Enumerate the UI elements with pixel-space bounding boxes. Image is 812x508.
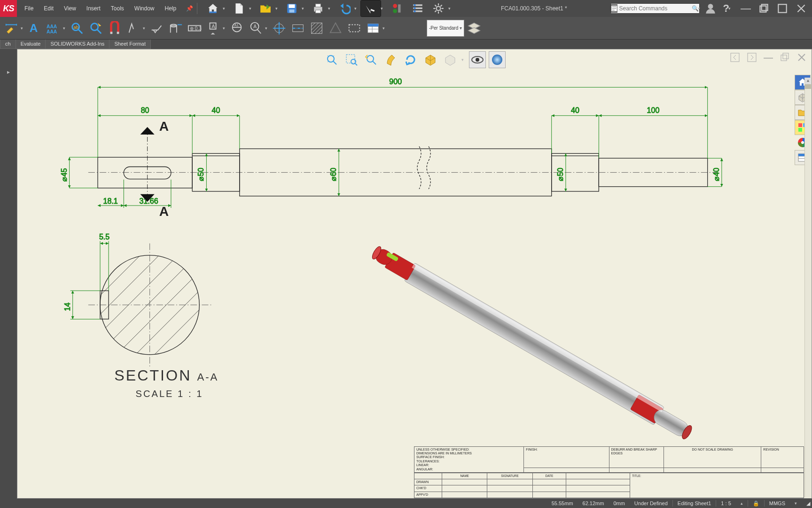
menu-window[interactable]: Window: [130, 2, 159, 15]
maximize-window-icon[interactable]: [776, 2, 789, 15]
hole-callout-tool[interactable]: [166, 19, 185, 38]
dropdown-icon[interactable]: ▾: [223, 26, 227, 31]
datum-feature-tool[interactable]: A: [204, 19, 223, 38]
dropdown-icon[interactable]: ▾: [728, 6, 733, 11]
dropdown-icon[interactable]: ▾: [383, 26, 387, 31]
dropdown-icon[interactable]: ▾: [354, 6, 359, 11]
svg-text:A: A: [211, 24, 215, 29]
svg-line-136: [62, 220, 176, 333]
svg-rect-2: [289, 4, 295, 8]
status-grip-icon[interactable]: ◢: [802, 500, 812, 507]
dim-80: 80: [141, 106, 149, 114]
svg-rect-93: [98, 157, 192, 188]
search-input[interactable]: [617, 5, 692, 12]
svg-text:A1: A1: [234, 23, 238, 27]
expand-tree-icon[interactable]: ▸: [7, 69, 10, 75]
dropdown-icon[interactable]: ▴: [736, 501, 748, 506]
pin-icon[interactable]: 📌: [184, 5, 195, 12]
datum-target-tool[interactable]: A1: [227, 19, 246, 38]
smart-dimension-tool[interactable]: [2, 19, 21, 38]
select-button[interactable]: [361, 0, 381, 16]
balloon-tool[interactable]: A: [246, 19, 265, 38]
geometric-tolerance-tool[interactable]: ⊕ 0.3: [185, 19, 204, 38]
dropdown-icon[interactable]: ▾: [223, 6, 227, 11]
magnetic-line-tool[interactable]: [105, 19, 124, 38]
format-painter-tool[interactable]: [86, 19, 105, 38]
dropdown-icon[interactable]: ▾: [302, 6, 306, 11]
layer-line-style[interactable]: -Per Standard▾: [427, 20, 464, 37]
iso-view: [369, 242, 695, 443]
save-button[interactable]: [282, 0, 302, 16]
svg-rect-6: [316, 10, 321, 13]
tab-sketch[interactable]: ch: [0, 40, 16, 49]
dropdown-icon[interactable]: ▾: [143, 26, 148, 31]
status-defined: Under Defined: [630, 500, 672, 506]
minimize-window-icon[interactable]: —: [741, 2, 751, 15]
layer-stack-icon[interactable]: [467, 21, 481, 35]
dim-overall: 900: [389, 77, 402, 86]
restore-window-icon[interactable]: [757, 2, 770, 15]
menu-file[interactable]: File: [20, 2, 38, 15]
dropdown-icon[interactable]: ▾: [275, 6, 280, 11]
tab-addins[interactable]: SOLIDWORKS Add-Ins: [46, 40, 109, 49]
drawing-sheet[interactable]: ▾ — ▴: [17, 49, 812, 499]
svg-line-50: [258, 29, 261, 33]
dim-d50b: ⌀50: [556, 168, 564, 181]
tab-evaluate[interactable]: Evaluate: [16, 40, 46, 49]
status-y: 62.12mm: [578, 500, 609, 506]
note-tool[interactable]: A: [25, 19, 44, 38]
open-button[interactable]: [256, 0, 275, 16]
status-scale[interactable]: 1 : 5: [716, 500, 735, 506]
dropdown-icon[interactable]: ▾: [448, 6, 453, 11]
settings-button[interactable]: [429, 0, 448, 16]
centermark-tool[interactable]: [270, 19, 289, 38]
new-button[interactable]: [229, 0, 249, 16]
home-button[interactable]: [203, 0, 223, 16]
dim-d45: ⌀45: [60, 168, 68, 182]
svg-rect-149: [404, 263, 664, 425]
menu-edit[interactable]: Edit: [39, 2, 58, 15]
svg-line-57: [312, 23, 315, 26]
menu-help[interactable]: Help: [160, 2, 181, 15]
status-lock-icon[interactable]: 🔒: [748, 500, 764, 507]
dropdown-icon[interactable]: ▾: [63, 26, 68, 31]
svg-text:⊕ 0.3: ⊕ 0.3: [190, 25, 202, 31]
undo-button[interactable]: [335, 0, 354, 16]
svg-text:A: A: [159, 119, 169, 134]
dropdown-icon[interactable]: ▾: [21, 26, 25, 31]
menu-view[interactable]: View: [59, 2, 81, 15]
spell-check-tool[interactable]: ab: [68, 19, 86, 38]
dropdown-icon[interactable]: ▾: [381, 6, 385, 11]
svg-line-133: [72, 229, 185, 342]
close-window-icon[interactable]: [795, 2, 807, 15]
svg-rect-62: [349, 24, 360, 32]
dropdown-icon[interactable]: ▾: [328, 6, 333, 11]
dropdown-icon[interactable]: ▾: [265, 26, 270, 31]
search-commands[interactable]: 🔍 ▾: [610, 3, 700, 14]
area-hatch-tool[interactable]: [307, 19, 326, 38]
linear-note-pattern-tool[interactable]: AAAAAA: [44, 19, 63, 38]
print-button[interactable]: [308, 0, 328, 16]
tab-sheetformat[interactable]: Sheet Format: [109, 40, 151, 49]
svg-text:AAA: AAA: [47, 24, 57, 29]
tables-tool[interactable]: [364, 19, 383, 38]
revision-symbol-tool[interactable]: [326, 19, 345, 38]
surface-finish-tool[interactable]: [124, 19, 143, 38]
status-units[interactable]: MMGS: [765, 500, 790, 506]
rebuild-button[interactable]: [387, 0, 407, 16]
svg-line-134: [109, 267, 223, 381]
user-icon[interactable]: [704, 2, 717, 15]
svg-line-34: [78, 29, 82, 33]
svg-point-14: [414, 7, 416, 9]
dropdown-icon[interactable]: ▾: [790, 501, 802, 506]
drawing-canvas[interactable]: 900 80 40 40 100 ⌀45 ⌀50: [17, 49, 812, 494]
search-flyout-icon[interactable]: [611, 4, 617, 13]
menu-tools[interactable]: Tools: [106, 2, 129, 15]
dropdown-icon[interactable]: ▾: [249, 6, 254, 11]
menu-insert[interactable]: Insert: [82, 2, 105, 15]
revision-cloud-tool[interactable]: [345, 19, 364, 38]
feature-tree-collapsed[interactable]: ▸: [0, 49, 17, 499]
weld-symbol-tool[interactable]: [148, 19, 166, 38]
centerline-tool[interactable]: [289, 19, 307, 38]
options-button[interactable]: [408, 0, 428, 16]
